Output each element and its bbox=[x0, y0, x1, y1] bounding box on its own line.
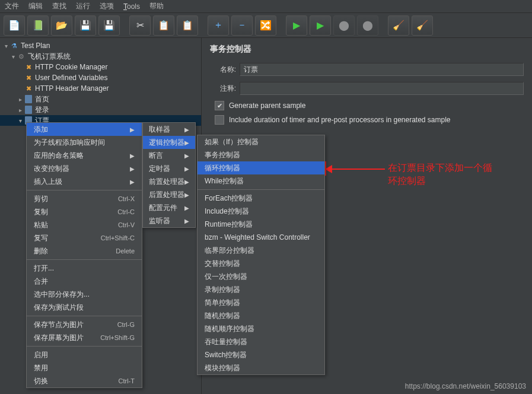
lc-trans[interactable]: 事务控制器 bbox=[197, 148, 324, 161]
lc-runtime[interactable]: Runtime控制器 bbox=[197, 218, 324, 231]
tb-collapse[interactable]: － bbox=[231, 15, 253, 36]
tree-header[interactable]: ✖HTTP Header Manager bbox=[0, 83, 201, 94]
lc-random[interactable]: 随机控制器 bbox=[197, 309, 324, 322]
name-label: 名称: bbox=[210, 65, 236, 75]
ctx-merge[interactable]: 合并 bbox=[27, 275, 142, 288]
tree-vars[interactable]: ✖User Defined Variables bbox=[0, 72, 201, 83]
submenu-add: 取样器▶ 逻辑控制器▶ 断言▶ 定时器▶ 前置处理器▶ 后置处理器▶ 配置元件▶… bbox=[142, 122, 196, 228]
ctx-paste[interactable]: 粘贴Ctrl-V bbox=[27, 218, 142, 231]
ctx-enable[interactable]: 启用 bbox=[27, 348, 142, 361]
menu-options[interactable]: 选项 bbox=[100, 1, 114, 11]
ctx-cut[interactable]: 剪切Ctrl-X bbox=[27, 192, 142, 205]
tb-toggle[interactable]: 🔀 bbox=[255, 15, 276, 36]
lc-loop[interactable]: 循环控制器 bbox=[197, 161, 324, 174]
lc-bzm[interactable]: bzm - Weighted Switch Controller bbox=[197, 231, 324, 244]
lc-crit[interactable]: 临界部分控制器 bbox=[197, 244, 324, 257]
lc-simple[interactable]: 简单控制器 bbox=[197, 296, 324, 309]
menu-file[interactable]: 文件 bbox=[5, 1, 19, 11]
ctx-save-frag[interactable]: 保存为测试片段 bbox=[27, 301, 142, 314]
ctx-change-ctrl[interactable]: 改变控制器▶ bbox=[27, 162, 142, 175]
menu-edit[interactable]: 编辑 bbox=[28, 1, 43, 11]
comment-label: 注释: bbox=[210, 84, 236, 94]
submenu-logic: 如果（If）控制器 事务控制器 循环控制器 While控制器 ForEach控制… bbox=[197, 135, 325, 375]
ctx-save-sel[interactable]: 选中部分保存为... bbox=[27, 288, 142, 301]
comment-input[interactable] bbox=[240, 82, 524, 95]
tree-home[interactable]: ▸首页 bbox=[0, 94, 201, 104]
lc-while[interactable]: While控制器 bbox=[197, 174, 324, 188]
lc-throughput[interactable]: 吞吐量控制器 bbox=[197, 335, 324, 348]
ctx-copy[interactable]: 复制Ctrl-C bbox=[27, 205, 142, 218]
annotation-text: 在订票目录下添加一个循环控制器 bbox=[388, 161, 492, 188]
lc-module[interactable]: 模块控制器 bbox=[197, 361, 324, 374]
menu-search[interactable]: 查找 bbox=[52, 1, 66, 11]
sm-listener[interactable]: 监听器▶ bbox=[143, 214, 195, 227]
annotation-arrow-head bbox=[325, 165, 332, 173]
tb-save[interactable]: 💾 bbox=[75, 15, 96, 36]
tree-login[interactable]: ▸登录 bbox=[0, 104, 201, 115]
lc-record[interactable]: 录制控制器 bbox=[197, 283, 324, 296]
chk-generate-parent[interactable]: ✔ bbox=[215, 101, 224, 110]
lc-switch[interactable]: Switch控制器 bbox=[197, 348, 324, 361]
ctx-dup[interactable]: 复写Ctrl+Shift-C bbox=[27, 231, 142, 244]
ctx-save-node-img[interactable]: 保存节点为图片Ctrl-G bbox=[27, 318, 142, 331]
lc-once[interactable]: 仅一次控制器 bbox=[197, 270, 324, 283]
sm-pre[interactable]: 前置处理器▶ bbox=[143, 175, 195, 188]
ctx-disable[interactable]: 禁用 bbox=[27, 361, 142, 374]
lc-interleave[interactable]: 交替控制器 bbox=[197, 257, 324, 270]
tb-start-no-pause[interactable]: ▶ bbox=[310, 15, 331, 36]
tb-clear[interactable]: 🧹 bbox=[388, 15, 409, 36]
sm-timer[interactable]: 定时器▶ bbox=[143, 162, 195, 175]
ctx-add[interactable]: 添加▶ bbox=[27, 123, 142, 136]
ctx-save-screen-img[interactable]: 保存屏幕为图片Ctrl+Shift-G bbox=[27, 331, 142, 344]
toolbar: 📄 📗 📂 💾 💾 ✂ 📋 📋 ＋ － 🔀 ▶ ▶ ⬤ ⬤ 🧹 🧹 bbox=[0, 13, 532, 38]
tree-cookie[interactable]: ✖HTTP Cookie Manager bbox=[0, 62, 201, 72]
lc-foreach[interactable]: ForEach控制器 bbox=[197, 192, 324, 205]
tb-copy[interactable]: 📋 bbox=[153, 15, 174, 36]
tb-shutdown[interactable]: ⬤ bbox=[357, 15, 378, 36]
chk-include-duration[interactable] bbox=[215, 115, 224, 125]
sm-assert[interactable]: 断言▶ bbox=[143, 149, 195, 162]
lc-include[interactable]: Include控制器 bbox=[197, 205, 324, 218]
panel-title: 事务控制器 bbox=[210, 44, 524, 55]
ctx-open[interactable]: 打开... bbox=[27, 262, 142, 275]
sm-sampler[interactable]: 取样器▶ bbox=[143, 123, 195, 136]
tb-clear-all[interactable]: 🧹 bbox=[412, 15, 433, 36]
menu-tools[interactable]: Tools bbox=[123, 2, 140, 11]
ctx-insert-parent[interactable]: 插入上级▶ bbox=[27, 175, 142, 188]
tb-new[interactable]: 📄 bbox=[4, 15, 25, 36]
annotation-arrow-line bbox=[328, 169, 385, 170]
menubar: 文件 编辑 查找 运行 选项 Tools 帮助 bbox=[0, 0, 532, 13]
tb-expand[interactable]: ＋ bbox=[208, 15, 229, 36]
ctx-toggle[interactable]: 切换Ctrl-T bbox=[27, 374, 142, 387]
sm-post[interactable]: 后置处理器▶ bbox=[143, 188, 195, 201]
tb-open[interactable]: 📂 bbox=[51, 15, 72, 36]
tb-cut[interactable]: ✂ bbox=[129, 15, 151, 36]
menu-run[interactable]: 运行 bbox=[76, 1, 90, 11]
tb-paste[interactable]: 📋 bbox=[177, 15, 198, 36]
tree-root[interactable]: ▾⚗Test Plan bbox=[0, 40, 201, 51]
sm-config[interactable]: 配置元件▶ bbox=[143, 201, 195, 214]
ctx-thread-time[interactable]: 为子线程添加响应时间 bbox=[27, 136, 142, 149]
ctx-del[interactable]: 删除Delete bbox=[27, 244, 142, 258]
menu-help[interactable]: 帮助 bbox=[149, 1, 164, 11]
tb-save-as[interactable]: 💾 bbox=[98, 15, 120, 36]
chk-generate-parent-label: Generate parent sample bbox=[229, 101, 305, 110]
watermark: https://blog.csdn.net/weixin_56039103 bbox=[405, 382, 526, 390]
tb-start[interactable]: ▶ bbox=[286, 15, 307, 36]
context-menu: 添加▶ 为子线程添加响应时间 应用的命名策略▶ 改变控制器▶ 插入上级▶ 剪切C… bbox=[26, 122, 142, 388]
tb-stop[interactable]: ⬤ bbox=[333, 15, 355, 36]
tree-sys[interactable]: ▾⚙飞机订票系统 bbox=[0, 51, 201, 62]
name-input[interactable] bbox=[240, 63, 524, 76]
tb-templates[interactable]: 📗 bbox=[27, 15, 49, 36]
sm-logic[interactable]: 逻辑控制器▶ bbox=[143, 136, 195, 149]
chk-include-duration-label: Include duration of timer and pre-post p… bbox=[229, 116, 451, 124]
ctx-naming[interactable]: 应用的命名策略▶ bbox=[27, 149, 142, 162]
lc-if[interactable]: 如果（If）控制器 bbox=[197, 135, 324, 148]
lc-random-order[interactable]: 随机顺序控制器 bbox=[197, 322, 324, 335]
